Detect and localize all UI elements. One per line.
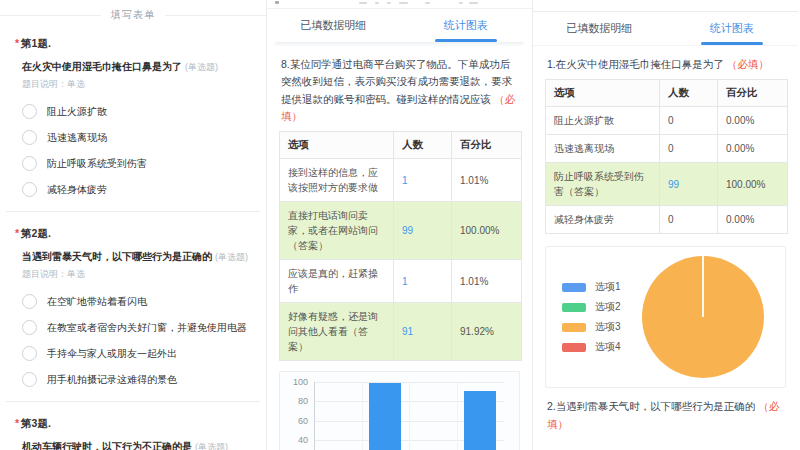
table-row: 阻止火源扩散00.00% [546, 107, 788, 135]
tab-stats-chart[interactable]: 统计图表 [400, 9, 533, 42]
radio-option[interactable]: 在教室或者宿舍内关好门窗，并避免使用电器 [22, 320, 252, 335]
radio-icon [22, 130, 37, 145]
y-axis-tick-label: 100 [282, 377, 308, 387]
option-list: 在空旷地带站着看闪电在教室或者宿舍内关好门窗，并避免使用电器手持伞与家人或朋友一… [22, 294, 252, 387]
question-number-label: 第1题. [21, 37, 51, 49]
option-cell: 应该是真的，赶紧操作 [280, 260, 394, 303]
pie-legend: 选项1选项2选项3选项4 [562, 274, 621, 360]
question-number: *第1题. [22, 37, 252, 51]
header-divider-left [0, 15, 101, 16]
count-cell[interactable]: 99 [660, 163, 718, 206]
question-description: 题目说明：单选 [22, 268, 252, 281]
legend-label: 选项1 [595, 280, 621, 294]
question-number-label: 第3题. [21, 417, 51, 429]
count-cell[interactable]: 1 [394, 260, 452, 303]
question-divider [6, 401, 260, 402]
question-text: 8.某位同学通过电商平台购买了物品。下单成功后突然收到短信，表示购买没有成功需要… [281, 56, 518, 125]
percent-cell: 0.00% [718, 107, 788, 135]
legend-item: 选项2 [562, 300, 621, 314]
radio-label: 减轻身体疲劳 [47, 183, 107, 197]
option-cell: 好像有疑惑，还是询问其他人看看（答案） [280, 303, 394, 361]
radio-icon [22, 156, 37, 171]
pie-area [621, 256, 785, 378]
radio-option[interactable]: 手持伞与家人或朋友一起外出 [22, 346, 252, 361]
question-block: *第1题.在火灾中使用湿毛巾掩住口鼻是为了(单选题)题目说明：单选阻止火源扩散迅… [0, 37, 266, 197]
form-header-title: 填写表单 [101, 8, 165, 22]
radio-option[interactable]: 在空旷地带站着看闪电 [22, 294, 252, 309]
radio-option[interactable]: 用手机拍摄记录这难得的景色 [22, 372, 252, 387]
question-block: *第3题.机动车辆行驶时，以下行为不正确的是(单选题)题目说明：单选 [0, 417, 266, 450]
screenshot-root: 填写表单 *第1题.在火灾中使用湿毛巾掩住口鼻是为了(单选题)题目说明：单选阻止… [0, 0, 800, 450]
question-title-text: 当遇到雷暴天气时，以下哪些行为是正确的 [22, 251, 212, 262]
radio-option[interactable]: 阻止火源扩散 [22, 104, 252, 119]
question-block: *第2题.当遇到雷暴天气时，以下哪些行为是正确的(单选题)题目说明：单选在空旷地… [0, 227, 266, 387]
question-number: *第3题. [22, 417, 252, 431]
tab-stats-chart[interactable]: 统计图表 [666, 12, 799, 45]
tab-filled-data[interactable]: 已填数据明细 [267, 9, 400, 42]
legend-label: 选项3 [595, 320, 621, 334]
column-header: 百分比 [452, 132, 522, 159]
legend-label: 选项4 [595, 340, 621, 354]
question-body: 2.当遇到雷暴天气时，以下哪些行为是正确的 [547, 400, 755, 412]
y-axis-tick-label: 40 [282, 435, 308, 445]
radio-label: 防止呼吸系统受到伤害 [47, 157, 147, 171]
question-type-tag: (单选题) [195, 442, 228, 450]
question-title-text: 在火灾中使用湿毛巾掩住口鼻是为了 [22, 61, 182, 72]
answer-row: 防止呼吸系统受到伤害（答案）99100.00% [546, 163, 788, 206]
required-asterisk: * [15, 227, 19, 239]
question-text-next: 2.当遇到雷暴天气时，以下哪些行为是正确的 （必填） [547, 398, 784, 433]
count-cell[interactable]: 1 [394, 159, 452, 202]
legend-swatch [562, 283, 586, 292]
column-header: 人数 [394, 132, 452, 159]
radio-option[interactable]: 迅速逃离现场 [22, 130, 252, 145]
option-list: 阻止火源扩散迅速逃离现场防止呼吸系统受到伤害减轻身体疲劳 [22, 104, 252, 197]
option-cell: 阻止火源扩散 [546, 107, 660, 135]
option-cell: 迅速逃离现场 [546, 135, 660, 163]
percent-cell: 1.01% [452, 260, 522, 303]
y-axis-line [314, 382, 315, 450]
radio-icon [22, 294, 37, 309]
stats-panel-q8[interactable]: 已填数据明细 统计图表 8.某位同学通过电商平台购买了物品。下单成功后突然收到短… [266, 0, 532, 450]
radio-icon [22, 182, 37, 197]
question-title: 机动车辆行驶时，以下行为不正确的是(单选题) [22, 440, 252, 450]
table-row: 迅速逃离现场00.00% [546, 135, 788, 163]
answer-row: 直接打电话询问卖家，或者在网站询问（答案）99100.00% [280, 202, 522, 260]
table-header-row: 选项人数百分比 [280, 132, 522, 159]
answer-row: 好像有疑惑，还是询问其他人看看（答案）9191.92% [280, 303, 522, 361]
pie-slice-divider [702, 256, 704, 317]
question-title: 当遇到雷暴天气时，以下哪些行为是正确的(单选题) [22, 250, 252, 264]
stats-table: 选项人数百分比接到这样的信息，应该按照对方的要求做11.01%直接打电话询问卖家… [279, 131, 522, 361]
tab-bar: 已填数据明细 统计图表 [267, 9, 532, 42]
radio-label: 用手机拍摄记录这难得的景色 [47, 373, 177, 387]
question-divider [6, 211, 260, 212]
question-body: 8.某位同学通过电商平台购买了物品。下单成功后突然收到短信，表示购买没有成功需要… [281, 58, 512, 105]
option-cell: 减轻身体疲劳 [546, 206, 660, 234]
gridline-vertical [457, 382, 458, 450]
count-cell[interactable]: 99 [394, 202, 452, 260]
percent-cell: 0.00% [718, 135, 788, 163]
form-fill-panel[interactable]: 填写表单 *第1题.在火灾中使用湿毛巾掩住口鼻是为了(单选题)题目说明：单选阻止… [0, 0, 266, 450]
required-badge: （必填） [727, 58, 769, 70]
radio-option[interactable]: 减轻身体疲劳 [22, 182, 252, 197]
radio-icon [22, 346, 37, 361]
bar [464, 391, 496, 450]
legend-swatch [562, 323, 586, 332]
percent-cell: 0.00% [718, 206, 788, 234]
legend-item: 选项3 [562, 320, 621, 334]
stats-panel-q1[interactable]: 已填数据明细 统计图表 1.在火灾中使用湿毛巾掩住口鼻是为了 （必填） 选项人数… [532, 0, 798, 450]
form-header: 填写表单 [0, 8, 266, 22]
count-cell[interactable]: 91 [394, 303, 452, 361]
radio-label: 手持伞与家人或朋友一起外出 [47, 347, 177, 361]
tabbar-shadow [275, 42, 524, 46]
question-text: 1.在火灾中使用湿毛巾掩住口鼻是为了 （必填） [547, 56, 784, 73]
legend-item: 选项4 [562, 340, 621, 354]
tab-filled-data[interactable]: 已填数据明细 [533, 12, 666, 45]
column-header: 选项 [546, 80, 660, 107]
radio-option[interactable]: 防止呼吸系统受到伤害 [22, 156, 252, 171]
question-title-text: 机动车辆行驶时，以下行为不正确的是 [22, 441, 192, 450]
radio-label: 在空旷地带站着看闪电 [47, 295, 147, 309]
radio-label: 阻止火源扩散 [47, 105, 107, 119]
radio-icon [22, 320, 37, 335]
cropped-toolbar [267, 0, 532, 9]
radio-label: 迅速逃离现场 [47, 131, 107, 145]
